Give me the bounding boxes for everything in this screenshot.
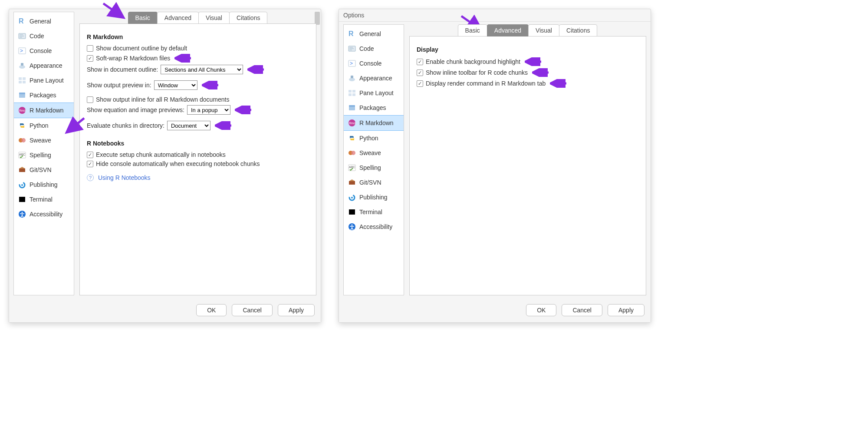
select-show-in-outline[interactable]: Sections and All Chunks bbox=[161, 65, 243, 74]
checkbox-label: Show document outline by default bbox=[96, 45, 187, 52]
checkbox-soft-wrap[interactable]: ✓ bbox=[87, 55, 93, 62]
sidebar-item-label: Sweave bbox=[30, 137, 51, 144]
cancel-button[interactable]: Cancel bbox=[232, 304, 273, 316]
apply-button[interactable]: Apply bbox=[278, 304, 315, 316]
svg-text:Rmd: Rmd bbox=[349, 122, 355, 125]
svg-text:Rmd: Rmd bbox=[19, 109, 26, 112]
checkbox-hide-console[interactable]: ✓ bbox=[87, 161, 93, 167]
publishing-icon bbox=[348, 193, 356, 201]
code-icon bbox=[18, 32, 26, 40]
sidebar-item-terminal[interactable]: Terminal bbox=[344, 205, 404, 219]
sidebar-item-rmarkdown[interactable]: Rmd R Markdown bbox=[14, 103, 74, 118]
rmd-icon: Rmd bbox=[348, 119, 356, 127]
checkbox-label: Show inline toolbar for R code chunks bbox=[426, 69, 528, 76]
sidebar-item-console[interactable]: > Console bbox=[14, 43, 74, 58]
sidebar-item-label: Spelling bbox=[359, 164, 381, 171]
sidebar-item-publishing[interactable]: Publishing bbox=[344, 190, 404, 205]
tab-basic[interactable]: Basic bbox=[458, 24, 487, 36]
select-output-preview[interactable]: Window bbox=[154, 80, 197, 90]
annotation-arrow-icon bbox=[174, 54, 192, 63]
sweave-icon bbox=[348, 149, 356, 157]
sidebar-item-sweave[interactable]: Sweave bbox=[344, 146, 404, 160]
svg-rect-9 bbox=[19, 77, 22, 80]
tab-visual[interactable]: Visual bbox=[198, 12, 230, 24]
sidebar-item-python[interactable]: Python bbox=[344, 131, 404, 146]
svg-rect-45 bbox=[352, 93, 355, 96]
sidebar-item-python[interactable]: Python bbox=[14, 118, 74, 133]
select-eval-chunks[interactable]: Document bbox=[167, 121, 210, 130]
sidebar-item-label: Spelling bbox=[30, 152, 51, 159]
svg-rect-23 bbox=[19, 197, 25, 202]
sidebar: R General Code > Console Appearance Pane… bbox=[13, 12, 74, 295]
checkbox-render-cmd[interactable]: ✓ bbox=[417, 80, 423, 87]
svg-rect-41 bbox=[351, 76, 353, 78]
sidebar-item-general[interactable]: R General bbox=[344, 26, 404, 41]
apply-button[interactable]: Apply bbox=[608, 304, 644, 316]
sidebar-item-git[interactable]: Git/SVN bbox=[344, 175, 404, 190]
sidebar-item-appearance[interactable]: Appearance bbox=[344, 71, 404, 86]
checkbox-output-inline[interactable] bbox=[87, 96, 93, 103]
sidebar-item-label: Code bbox=[30, 33, 44, 40]
sidebar-item-label: R Markdown bbox=[359, 119, 394, 126]
ok-button[interactable]: OK bbox=[526, 304, 556, 316]
sidebar-item-code[interactable]: Code bbox=[14, 29, 74, 43]
sidebar-item-label: Packages bbox=[359, 104, 386, 111]
panes-icon bbox=[18, 76, 26, 84]
tab-visual[interactable]: Visual bbox=[528, 24, 559, 36]
tab-advanced[interactable]: Advanced bbox=[157, 12, 199, 24]
sidebar-item-terminal[interactable]: Terminal bbox=[14, 192, 74, 207]
tab-citations[interactable]: Citations bbox=[559, 24, 597, 36]
sidebar-item-publishing[interactable]: Publishing bbox=[14, 177, 74, 192]
rmd-icon: Rmd bbox=[18, 106, 26, 114]
sidebar-item-packages[interactable]: Packages bbox=[14, 88, 74, 103]
tab-row: Basic Advanced Visual Citations bbox=[409, 24, 646, 36]
svg-rect-44 bbox=[349, 93, 352, 96]
label-eq-img-preview: Show equation and image previews: bbox=[87, 106, 184, 113]
sidebar-item-rmarkdown[interactable]: Rmd R Markdown bbox=[344, 115, 404, 131]
sidebar-item-git[interactable]: Git/SVN bbox=[14, 162, 74, 177]
sidebar-item-label: Console bbox=[359, 60, 381, 67]
label-show-in-outline: Show in document outline: bbox=[87, 66, 158, 73]
checkbox-label: Show output inline for all R Markdown do… bbox=[96, 96, 229, 103]
svg-rect-43 bbox=[352, 90, 355, 93]
sidebar-item-label: Publishing bbox=[30, 181, 58, 188]
checkbox-inline-toolbar[interactable]: ✓ bbox=[417, 70, 423, 76]
select-eq-img-preview[interactable]: In a popup bbox=[187, 105, 230, 115]
svg-text:ABC: ABC bbox=[19, 153, 25, 156]
sidebar-item-label: Packages bbox=[30, 92, 56, 99]
checkbox-label: Enable chunk background highlight bbox=[426, 58, 520, 65]
link-using-notebooks[interactable]: Using R Notebooks bbox=[98, 174, 151, 181]
spelling-icon: ABC bbox=[18, 151, 26, 159]
checkbox-exec-setup[interactable]: ✓ bbox=[87, 152, 93, 158]
sidebar-item-pane-layout[interactable]: Pane Layout bbox=[14, 73, 74, 88]
sidebar-item-console[interactable]: > Console bbox=[344, 56, 404, 71]
sidebar-item-label: Python bbox=[359, 135, 378, 142]
tab-content: Display ✓ Enable chunk background highli… bbox=[409, 36, 646, 295]
tab-advanced[interactable]: Advanced bbox=[487, 24, 529, 36]
dialog-footer: OK Cancel Apply bbox=[9, 300, 321, 322]
sidebar-item-pane-layout[interactable]: Pane Layout bbox=[344, 86, 404, 100]
svg-rect-42 bbox=[349, 90, 352, 93]
sidebar-item-code[interactable]: Code bbox=[344, 41, 404, 56]
checkbox-chunk-bg[interactable]: ✓ bbox=[417, 59, 423, 65]
cancel-button[interactable]: Cancel bbox=[562, 304, 602, 316]
sidebar-item-packages[interactable]: Packages bbox=[344, 100, 404, 115]
sidebar-item-appearance[interactable]: Appearance bbox=[14, 58, 74, 73]
svg-rect-11 bbox=[19, 81, 22, 83]
sidebar-item-spelling[interactable]: ABC Spelling bbox=[14, 148, 74, 162]
tab-basic[interactable]: Basic bbox=[128, 12, 158, 24]
sidebar-item-accessibility[interactable]: Accessibility bbox=[14, 207, 74, 222]
sidebar-item-accessibility[interactable]: Accessibility bbox=[344, 219, 404, 234]
annotation-arrow-icon bbox=[525, 57, 542, 66]
sidebar-item-spelling[interactable]: ABC Spelling bbox=[344, 160, 404, 175]
sidebar-item-sweave[interactable]: Sweave bbox=[14, 133, 74, 148]
sidebar-item-label: Git/SVN bbox=[359, 179, 381, 186]
checkbox-show-outline-default[interactable] bbox=[87, 45, 93, 52]
terminal-icon bbox=[18, 195, 26, 203]
tab-citations[interactable]: Citations bbox=[229, 12, 267, 24]
ok-button[interactable]: OK bbox=[196, 304, 227, 316]
svg-text:ABC: ABC bbox=[349, 166, 355, 169]
svg-rect-8 bbox=[21, 63, 23, 66]
section-title-notebooks: R Notebooks bbox=[87, 140, 309, 147]
sidebar-item-general[interactable]: R General bbox=[14, 14, 74, 29]
